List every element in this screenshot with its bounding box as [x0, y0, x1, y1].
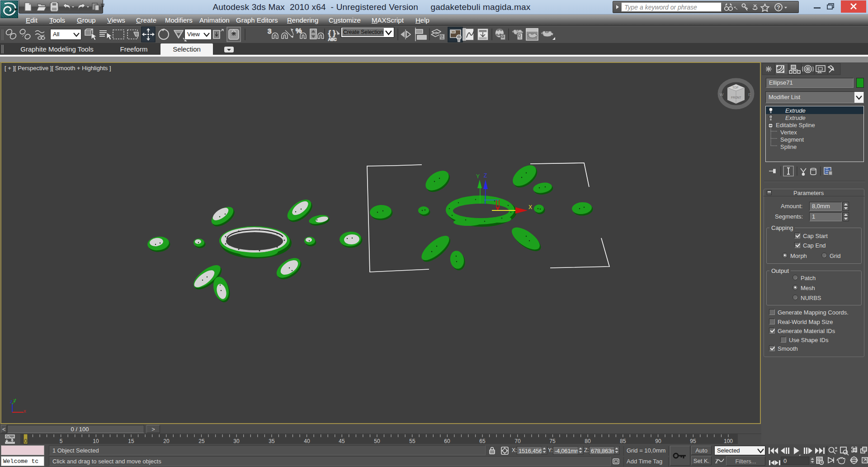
svg-text:95: 95: [690, 438, 696, 444]
svg-text:85: 85: [620, 438, 626, 444]
svg-text:25: 25: [198, 438, 205, 444]
svg-text:50: 50: [374, 438, 380, 444]
svg-text:75: 75: [549, 438, 556, 444]
svg-text:X: X: [528, 204, 532, 210]
svg-text:0: 0: [24, 438, 27, 444]
svg-text:?: ?: [777, 4, 780, 11]
svg-text:TOP: TOP: [732, 86, 738, 89]
svg-text:E: E: [748, 92, 751, 97]
svg-text:Y: Y: [476, 173, 480, 180]
svg-text:ABC: ABC: [328, 37, 337, 42]
svg-text:35: 35: [269, 438, 275, 444]
svg-text:3: 3: [268, 27, 271, 35]
svg-text:x: x: [24, 408, 26, 414]
svg-text:90: 90: [655, 438, 661, 444]
svg-text:65: 65: [479, 438, 486, 444]
svg-text:10: 10: [93, 438, 99, 444]
svg-text:15: 15: [128, 438, 134, 444]
svg-text:W: W: [720, 92, 724, 97]
svg-text:5: 5: [60, 438, 63, 444]
svg-text:100: 100: [724, 438, 733, 444]
svg-text:y: y: [14, 397, 16, 403]
svg-text:80: 80: [585, 438, 591, 444]
svg-text:%: %: [296, 27, 302, 34]
svg-text:45: 45: [339, 438, 345, 444]
svg-text:70: 70: [514, 438, 521, 444]
svg-text:20: 20: [163, 438, 170, 444]
svg-text:z: z: [10, 399, 13, 404]
svg-text:FRONT: FRONT: [731, 96, 741, 99]
svg-text:60: 60: [444, 438, 450, 444]
svg-text:55: 55: [409, 438, 415, 444]
svg-text:40: 40: [304, 438, 310, 444]
svg-text:{ }: { }: [328, 29, 335, 38]
svg-text:Z: Z: [484, 172, 487, 179]
svg-text:30: 30: [233, 438, 240, 444]
